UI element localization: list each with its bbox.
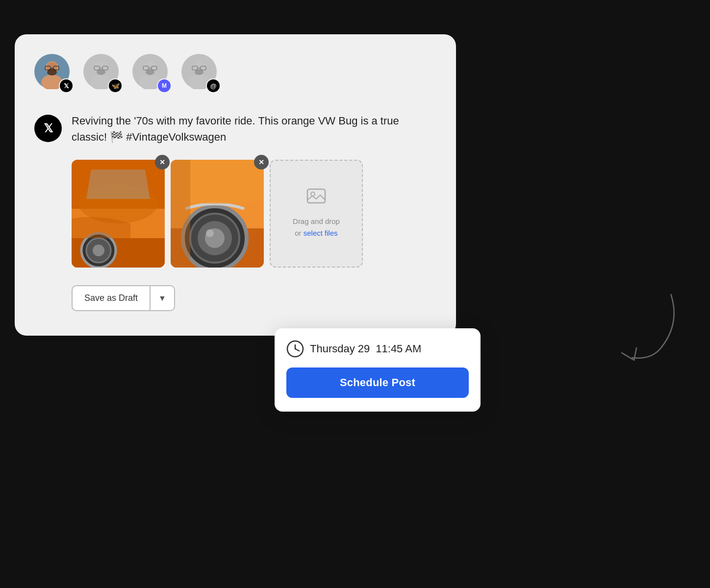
images-area: ✕ [72,160,436,268]
platform-icon-x: 𝕏 [34,115,62,142]
svg-rect-46 [307,189,325,203]
remove-image-1-button[interactable]: ✕ [155,155,170,170]
schedule-day: Thursday 29 [310,343,370,355]
svg-point-21 [146,69,154,75]
threads-badge: @ [206,78,221,93]
x-badge: 𝕏 [59,78,74,93]
svg-point-47 [311,192,315,196]
account-threads[interactable]: @ [181,54,221,93]
account-bluesky[interactable]: 🦋 [83,54,123,93]
arrow-decoration [612,284,681,363]
svg-point-44 [206,229,214,237]
svg-point-28 [195,69,203,75]
image-thumb-1: ✕ [72,160,165,268]
svg-line-50 [295,349,299,351]
schedule-post-button[interactable]: Schedule Post [286,368,469,398]
svg-point-14 [97,69,105,75]
post-text-content: Reviving the '70s with my favorite ride.… [72,113,436,145]
save-draft-label: Save as Draft [73,286,151,310]
save-draft-button[interactable]: Save as Draft ▼ [72,285,175,311]
svg-rect-45 [171,160,190,268]
bluesky-badge: 🦋 [108,78,123,93]
remove-image-2-button[interactable]: ✕ [254,155,269,170]
actions-row: Save as Draft ▼ [72,285,436,311]
accounts-row: 𝕏 🦋 [34,54,436,93]
svg-point-7 [47,69,57,75]
clock-icon [286,340,304,358]
image-thumb-2: ✕ [171,160,264,268]
schedule-card: Thursday 29 11:45 AM Schedule Post [275,328,481,412]
post-row: 𝕏 Reviving the '70s with my favorite rid… [34,113,436,145]
account-mastodon[interactable]: M [132,54,172,93]
dropzone-text: Drag and drop or select files [293,216,340,239]
select-files-link[interactable]: select files [304,229,338,237]
dropdown-arrow-icon[interactable]: ▼ [151,287,174,310]
svg-point-35 [93,245,104,256]
main-compose-card: 𝕏 🦋 [15,34,456,336]
image-upload-icon [306,188,326,210]
image-dropzone[interactable]: Drag and drop or select files [270,160,363,268]
schedule-time: 11:45 AM [376,343,421,355]
schedule-time-row: Thursday 29 11:45 AM [286,340,469,358]
account-x[interactable]: 𝕏 [34,54,74,93]
mastodon-badge: M [157,78,172,93]
